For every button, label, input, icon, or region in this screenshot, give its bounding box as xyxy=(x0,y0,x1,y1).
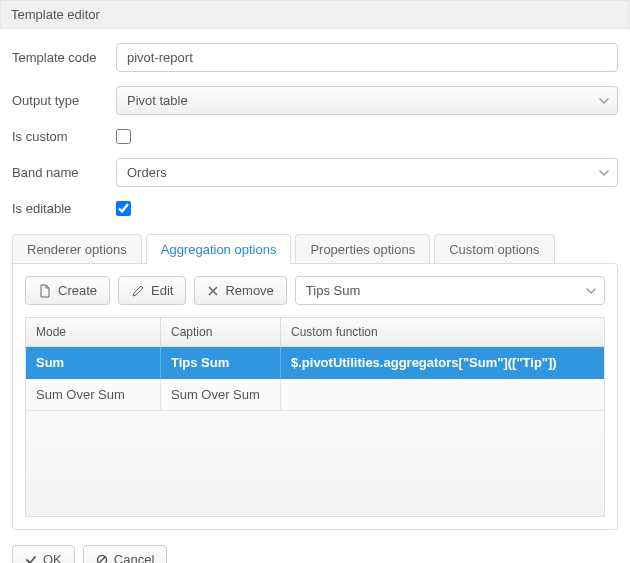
ok-button[interactable]: OK xyxy=(12,545,75,563)
cancel-button[interactable]: Cancel xyxy=(83,545,167,563)
svg-line-1 xyxy=(99,557,105,563)
cell-custom xyxy=(281,379,604,411)
tabs: Renderer options Aggregation options Pro… xyxy=(12,234,618,264)
cell-mode: Sum xyxy=(26,347,161,379)
window-title: Template editor xyxy=(0,0,630,29)
col-header-caption[interactable]: Caption xyxy=(161,318,281,347)
band-name-label: Band name xyxy=(12,165,116,180)
output-type-label: Output type xyxy=(12,93,116,108)
template-code-label: Template code xyxy=(12,50,116,65)
toolbar-select-value: Tips Sum xyxy=(295,276,605,305)
band-name-select[interactable]: Orders xyxy=(116,158,618,187)
band-name-value: Orders xyxy=(116,158,618,187)
output-type-select[interactable]: Pivot table xyxy=(116,86,618,115)
pencil-icon xyxy=(131,284,145,298)
ok-button-label: OK xyxy=(43,552,62,563)
footer-buttons: OK Cancel xyxy=(0,545,630,563)
tab-properties-options[interactable]: Properties options xyxy=(295,234,430,264)
cell-caption: Sum Over Sum xyxy=(161,379,281,411)
edit-button-label: Edit xyxy=(151,283,173,298)
is-editable-label: Is editable xyxy=(12,201,116,216)
cancel-button-label: Cancel xyxy=(114,552,154,563)
table-row[interactable]: Sum Over Sum Sum Over Sum xyxy=(26,379,604,411)
tab-renderer-options[interactable]: Renderer options xyxy=(12,234,142,264)
template-editor-window: Template editor Template code Output typ… xyxy=(0,0,630,563)
create-button[interactable]: Create xyxy=(25,276,110,305)
is-custom-label: Is custom xyxy=(12,129,116,144)
toolbar-select[interactable]: Tips Sum xyxy=(295,276,605,305)
aggregation-grid: Mode Caption Custom function Sum Tips Su… xyxy=(25,317,605,517)
remove-button-label: Remove xyxy=(225,283,273,298)
create-button-label: Create xyxy=(58,283,97,298)
cancel-icon xyxy=(96,554,108,564)
cell-caption: Tips Sum xyxy=(161,347,281,379)
grid-header: Mode Caption Custom function xyxy=(26,318,604,347)
toolbar: Create Edit Remove Tips Sum xyxy=(25,276,605,305)
form-area: Template code Output type Pivot table Is… xyxy=(0,29,630,234)
cell-custom: $.pivotUtilities.aggregators["Sum"](["Ti… xyxy=(281,347,604,379)
tab-panel-aggregation: Create Edit Remove Tips Sum xyxy=(12,263,618,530)
table-row[interactable]: Sum Tips Sum $.pivotUtilities.aggregator… xyxy=(26,347,604,379)
col-header-mode[interactable]: Mode xyxy=(26,318,161,347)
is-editable-checkbox[interactable] xyxy=(116,201,131,216)
tab-custom-options[interactable]: Custom options xyxy=(434,234,554,264)
is-custom-checkbox[interactable] xyxy=(116,129,131,144)
output-type-value: Pivot table xyxy=(116,86,618,115)
tab-aggregation-options[interactable]: Aggregation options xyxy=(146,234,292,264)
close-icon xyxy=(207,285,219,297)
col-header-custom[interactable]: Custom function xyxy=(281,318,604,347)
remove-button[interactable]: Remove xyxy=(194,276,286,305)
cell-mode: Sum Over Sum xyxy=(26,379,161,411)
check-icon xyxy=(25,554,37,564)
template-code-input[interactable] xyxy=(116,43,618,72)
file-plus-icon xyxy=(38,284,52,298)
edit-button[interactable]: Edit xyxy=(118,276,186,305)
